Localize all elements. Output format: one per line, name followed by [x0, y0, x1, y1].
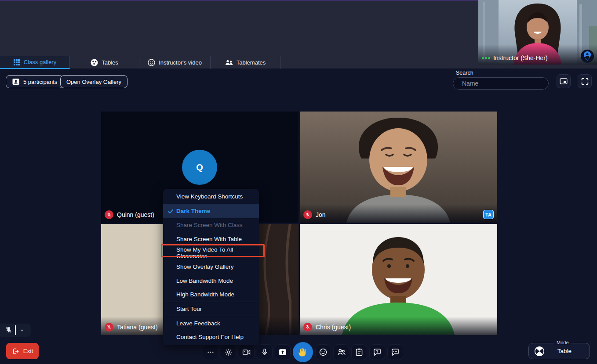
avatar: Q — [182, 150, 217, 185]
check-icon — [167, 208, 174, 215]
participants-icon — [337, 348, 346, 357]
mode-switch-button[interactable]: Mode Table — [528, 343, 590, 359]
settings-gear-icon — [224, 348, 233, 357]
notes-button[interactable] — [351, 344, 367, 360]
pip-icon — [560, 78, 568, 85]
participant-name: Jon — [316, 211, 326, 218]
menu-item-label: Dark Theme — [176, 208, 210, 214]
more-options-button[interactable] — [203, 344, 218, 360]
search-input[interactable] — [462, 80, 542, 87]
raise-hand-button[interactable] — [293, 342, 313, 362]
exit-label: Exit — [23, 348, 33, 354]
participants-button[interactable] — [333, 344, 349, 360]
collapsed-panel-handle[interactable] — [0, 324, 31, 337]
tab-label: Instructor's video — [159, 59, 202, 66]
name-chip: Quinn (guest) — [105, 210, 154, 219]
camera-button[interactable] — [239, 344, 255, 360]
camera-icon — [242, 348, 251, 356]
good-signal-dots-icon — [482, 57, 490, 59]
chevron-down-icon[interactable] — [18, 327, 25, 333]
divider — [15, 325, 16, 335]
help-bubble-icon: ? — [373, 348, 382, 357]
emoji-smile-icon — [319, 348, 328, 357]
tab-tables[interactable]: Tables — [70, 56, 139, 69]
participant-name: Quinn (guest) — [117, 211, 154, 218]
muted-mic-icon — [105, 210, 113, 219]
search-box[interactable] — [453, 77, 549, 90]
microphone-icon — [261, 348, 269, 357]
name-chip: Chris (guest) — [303, 323, 351, 332]
muted-mic-icon — [303, 210, 312, 219]
menu-item-share-screen-with-class: Share Screen With Class — [163, 218, 259, 232]
help-chat-button[interactable]: ? — [369, 344, 385, 360]
exit-button[interactable]: Exit — [6, 343, 39, 359]
more-options-icon — [207, 348, 215, 356]
chat-button[interactable] — [387, 344, 403, 360]
tab-label: Tablemates — [237, 59, 266, 66]
person-pin-icon — [580, 49, 594, 63]
open-overlay-gallery-button[interactable]: Open Overlay Gallery — [60, 75, 127, 88]
tab-tablemates[interactable]: Tablemates — [211, 56, 280, 69]
participants-count-label: 5 participants — [23, 79, 57, 85]
participants-count-button[interactable]: 5 participants — [6, 75, 63, 88]
participant-tile-jon[interactable]: Jon TA — [300, 112, 497, 223]
raise-hand-icon — [298, 347, 308, 357]
menu-item-low-bandwidth-mode[interactable]: Low Bandwidth Mode — [163, 274, 259, 288]
tab-class-gallery[interactable]: Class gallery — [0, 56, 70, 69]
menu-item-show-my-video-to-all-classmates[interactable]: Show My Video To All Classmates — [163, 246, 259, 260]
tab-instructors-video[interactable]: Instructor's video — [139, 56, 211, 69]
chat-bubble-icon — [391, 348, 400, 357]
app-screen: Class gallery Tables Instructor's video … — [0, 0, 597, 364]
menu-item-view-keyboard-shortcuts[interactable]: View Keyboard Shortcuts — [163, 190, 259, 204]
menu-item-dark-theme[interactable]: Dark Theme — [163, 204, 259, 218]
notes-clipboard-icon — [355, 348, 363, 357]
menu-item-high-bandwidth-mode[interactable]: High Bandwidth Mode — [163, 288, 259, 302]
pin-off-icon[interactable] — [4, 326, 12, 334]
table-mode-icon — [534, 346, 545, 357]
overlay-gallery-label: Open Overlay Gallery — [66, 79, 121, 85]
instructor-video-tile[interactable]: Instructor (She-Her) — [478, 0, 597, 65]
mode-label: Mode — [554, 340, 571, 345]
name-chip: Jon — [303, 210, 326, 219]
menu-item-contact-support-for-help[interactable]: Contact Support For Help — [163, 330, 259, 344]
avatar-initial: Q — [196, 162, 203, 173]
participant-card-icon — [12, 78, 20, 86]
ta-badge: TA — [483, 210, 494, 219]
emoji-reactions-button[interactable] — [315, 344, 331, 360]
options-context-menu: View Keyboard Shortcuts Dark Theme Share… — [163, 189, 259, 345]
class-gallery-grid: Q Quinn (guest) — [101, 112, 497, 335]
screen-share-button[interactable] — [275, 344, 291, 360]
tab-label: Class gallery — [24, 59, 56, 65]
fullscreen-button[interactable] — [578, 74, 592, 88]
view-tab-bar: Class gallery Tables Instructor's video … — [0, 56, 478, 68]
microphone-button[interactable] — [257, 344, 273, 360]
round-table-icon — [91, 59, 98, 66]
participant-name: Tatiana (guest) — [117, 324, 158, 331]
screen-share-icon — [278, 348, 287, 356]
menu-item-start-tour[interactable]: Start Tour — [163, 302, 259, 316]
menu-item-share-screen-with-table[interactable]: Share Screen With Table — [163, 232, 259, 246]
control-dock: ? — [203, 342, 403, 362]
video-gradient-overlay — [300, 204, 497, 223]
mode-value: Table — [545, 348, 584, 354]
menu-item-show-overlay-gallery[interactable]: Show Overlay Gallery — [163, 260, 259, 274]
instructor-name: Instructor (She-Her) — [493, 54, 548, 61]
name-chip: Tatiana (guest) — [105, 323, 158, 332]
participant-name: Chris (guest) — [316, 324, 351, 331]
instructor-name-label: Instructor (She-Her) — [482, 54, 548, 61]
tab-label: Tables — [102, 59, 118, 66]
participant-tile-chris[interactable]: Chris (guest) — [300, 224, 497, 335]
settings-button[interactable] — [221, 344, 237, 360]
svg-text:?: ? — [376, 349, 378, 353]
people-icon — [225, 59, 233, 66]
muted-mic-icon — [303, 323, 312, 332]
face-icon — [148, 59, 155, 66]
exit-icon — [12, 347, 20, 355]
grid-icon — [13, 59, 20, 66]
picture-in-picture-button[interactable] — [557, 74, 571, 88]
menu-item-leave-feedback[interactable]: Leave Feedback — [163, 316, 259, 330]
fullscreen-icon — [581, 78, 589, 85]
search-label: Search — [456, 70, 473, 76]
muted-mic-icon — [105, 323, 113, 332]
